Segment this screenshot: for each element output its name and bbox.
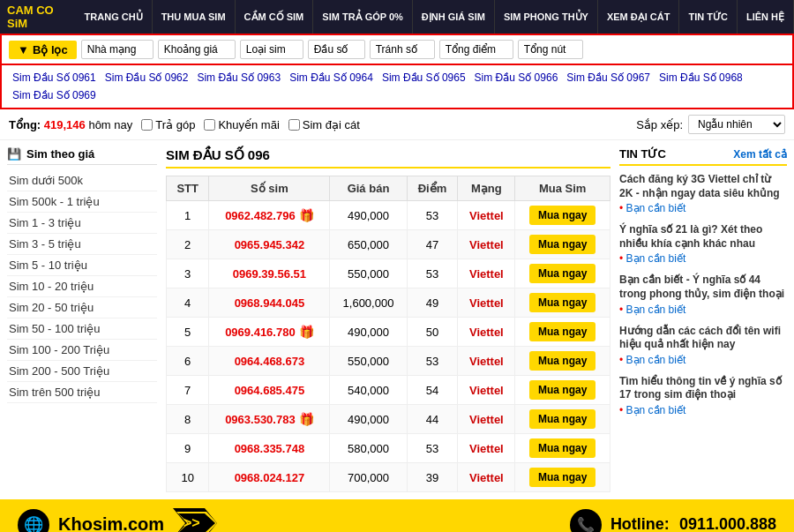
buy-button[interactable]: Mua ngay <box>529 206 596 225</box>
sort-select[interactable]: Ngẫu nhiên <box>688 115 785 134</box>
cell-so-sim[interactable]: 0963.530.783🎁 <box>209 405 330 434</box>
buy-button[interactable]: Mua ngay <box>529 322 596 341</box>
news-item-sub[interactable]: • Bạn cần biết <box>619 202 787 214</box>
buy-button[interactable]: Mua ngay <box>529 380 596 400</box>
cell-so-sim[interactable]: 0968.944.045 <box>209 288 330 318</box>
nav-item[interactable]: TIN TỨC <box>679 0 737 34</box>
buy-button[interactable]: Mua ngay <box>529 409 596 429</box>
news-item-title[interactable]: Tìm hiểu thông tin về ý nghĩa số 17 tron… <box>619 375 787 402</box>
top-navigation: CAM CO SiM TRANG CHỦTHU MUA SIMCẦM CỐ SI… <box>0 0 794 34</box>
nav-item[interactable]: THU MUA SIM <box>153 0 236 34</box>
quick-link[interactable]: Sim Đầu Số 0967 <box>563 70 654 86</box>
filter-selects: Nhà mạngKhoảng giáLoại simĐầu sốTránh số… <box>81 40 583 59</box>
cell-mang: Viettel <box>458 463 515 492</box>
cell-stt: 3 <box>167 259 209 288</box>
filter-select-tong-nut[interactable]: Tổng nút <box>518 40 583 59</box>
quick-link[interactable]: Sim Đầu Số 0969 <box>9 87 100 103</box>
news-item-title[interactable]: Cách đăng ký 3G Viettel chỉ từ 2K - nhận… <box>619 173 787 200</box>
checkbox-khuyen-mai[interactable]: Khuyến mãi <box>204 118 279 131</box>
table-row: 30969.39.56.51550,00053ViettelMua ngay <box>167 259 610 288</box>
sidebar-item[interactable]: Sim 1 - 3 triệu <box>7 213 157 234</box>
table-row: 100968.024.127700,00039ViettelMua ngay <box>167 463 610 492</box>
nav-item[interactable]: CẦM CỐ SIM <box>236 0 314 34</box>
cell-so-sim[interactable]: 0965.945.342 <box>209 230 330 259</box>
sidebar-item[interactable]: Sim 5 - 10 triệu <box>7 255 157 276</box>
news-item-sub[interactable]: • Bạn cần biết <box>619 303 787 316</box>
filter-select-tong-diem[interactable]: Tổng điểm <box>439 40 513 59</box>
see-all-link[interactable]: Xem tất cả <box>733 148 787 161</box>
cell-so-sim[interactable]: 0969.416.780🎁 <box>209 318 330 347</box>
sim-dai-cat-checkbox[interactable] <box>288 119 300 131</box>
filter-select-tranh-so[interactable]: Tránh số <box>370 40 435 59</box>
quick-link[interactable]: Sim Đầu Số 0961 <box>9 70 100 86</box>
filter-select-khoang-gia[interactable]: Khoảng giá <box>158 40 236 59</box>
sim-table: STTSố simGiá bánĐiểmMạngMua Sim 10962.48… <box>166 176 610 492</box>
nav-item[interactable]: XEM ĐẠI CÁT <box>598 0 680 34</box>
sidebar-item[interactable]: Sim 200 - 500 Triệu <box>7 361 157 382</box>
sidebar-item[interactable]: Sim 50 - 100 triệu <box>7 318 157 340</box>
cell-so-sim[interactable]: 0969.39.56.51 <box>209 259 330 288</box>
checkbox-tra-gop[interactable]: Trả góp <box>141 118 195 131</box>
quick-link[interactable]: Sim Đầu Số 0968 <box>655 70 746 86</box>
hotline-number: 0911.000.888 <box>679 515 776 532</box>
news-item-title[interactable]: Hướng dẫn các cách đổi tên wifi hiệu quả… <box>619 325 787 352</box>
quick-link[interactable]: Sim Đầu Số 0963 <box>193 70 284 86</box>
filter-select-dau-so[interactable]: Đầu số <box>308 40 365 59</box>
news-item-title[interactable]: Bạn cần biết - Ý nghĩa số 44 trong phong… <box>619 273 787 301</box>
buy-button[interactable]: Mua ngay <box>529 235 596 254</box>
main-content: 💾 Sim theo giá Sim dưới 500kSim 500k - 1… <box>0 140 794 499</box>
cell-mang: Viettel <box>458 376 515 405</box>
cell-so-sim[interactable]: 0964.468.673 <box>209 347 330 376</box>
sidebar-item[interactable]: Sim 3 - 5 triệu <box>7 234 157 255</box>
left-sidebar: 💾 Sim theo giá Sim dưới 500kSim 500k - 1… <box>7 147 157 403</box>
nav-item[interactable]: SIM TRẢ GÓP 0% <box>313 0 413 34</box>
footer-right: 📞 Hotline: 0911.000.888 <box>570 509 776 533</box>
cell-mang: Viettel <box>458 230 515 259</box>
cell-gia-ban: 540,000 <box>330 376 407 405</box>
checkbox-sim-dai-cat[interactable]: Sim đại cát <box>288 118 360 131</box>
news-item-sub[interactable]: • Bạn cần biết <box>619 252 787 265</box>
cell-so-sim[interactable]: 0964.685.475 <box>209 376 330 405</box>
nav-item[interactable]: ĐỊNH GIÁ SIM <box>413 0 495 34</box>
sidebar-item[interactable]: Sim trên 500 triệu <box>7 382 157 403</box>
cell-so-sim[interactable]: 0968.335.748 <box>209 434 330 463</box>
table-row: 60964.468.673550,00053ViettelMua ngay <box>167 347 610 376</box>
quick-link[interactable]: Sim Đầu Số 0964 <box>286 70 377 86</box>
khuyen-mai-checkbox[interactable] <box>204 119 215 131</box>
buy-button[interactable]: Mua ngay <box>529 468 596 487</box>
center-content: SIM ĐẦU SỐ 096 STTSố simGiá bánĐiểmMạngM… <box>157 147 619 492</box>
cell-so-sim[interactable]: 0962.482.796🎁 <box>209 201 330 230</box>
tra-gop-checkbox[interactable] <box>141 119 153 131</box>
filter-select-nha-mang[interactable]: Nhà mạng <box>81 40 154 59</box>
cell-so-sim[interactable]: 0968.024.127 <box>209 463 330 492</box>
sidebar-item[interactable]: Sim 10 - 20 triệu <box>7 276 157 297</box>
sidebar-item[interactable]: Sim 500k - 1 triệu <box>7 191 157 213</box>
cell-diem: 54 <box>407 376 458 405</box>
buy-button[interactable]: Mua ngay <box>529 293 596 312</box>
news-item-title[interactable]: Ý nghĩa số 21 là gì? Xét theo nhiều khía… <box>619 223 787 251</box>
cell-diem: 53 <box>407 434 458 463</box>
quick-link[interactable]: Sim Đầu Số 0965 <box>378 70 469 86</box>
news-item-sub[interactable]: • Bạn cần biết <box>619 404 787 416</box>
nav-item[interactable]: LIÊN HỆ <box>738 0 794 34</box>
sidebar-item[interactable]: Sim dưới 500k <box>7 170 157 191</box>
news-item-sub[interactable]: • Bạn cần biết <box>619 354 787 366</box>
news-item: Ý nghĩa số 21 là gì? Xét theo nhiều khía… <box>619 223 787 265</box>
quick-link[interactable]: Sim Đầu Số 0962 <box>101 70 192 86</box>
cell-buy: Mua ngay <box>515 318 610 347</box>
filter-select-loai-sim[interactable]: Loại sim <box>240 40 303 59</box>
cell-mang: Viettel <box>458 288 515 318</box>
cell-stt: 4 <box>167 288 209 318</box>
sidebar-title: 💾 Sim theo giá <box>7 147 157 165</box>
cell-diem: 44 <box>407 405 458 434</box>
buy-button[interactable]: Mua ngay <box>529 264 596 283</box>
sidebar-item[interactable]: Sim 100 - 200 Triệu <box>7 340 157 361</box>
quick-link[interactable]: Sim Đầu Số 0966 <box>471 70 562 86</box>
sidebar-item[interactable]: Sim 20 - 50 triệu <box>7 297 157 318</box>
nav-item[interactable]: SIM PHONG THỦY <box>495 0 598 34</box>
nav-item[interactable]: TRANG CHỦ <box>76 0 153 34</box>
buy-button[interactable]: Mua ngay <box>529 351 596 371</box>
buy-button[interactable]: Mua ngay <box>529 438 596 458</box>
cell-buy: Mua ngay <box>515 259 610 288</box>
table-row: 40968.944.0451,600,00049ViettelMua ngay <box>167 288 610 318</box>
